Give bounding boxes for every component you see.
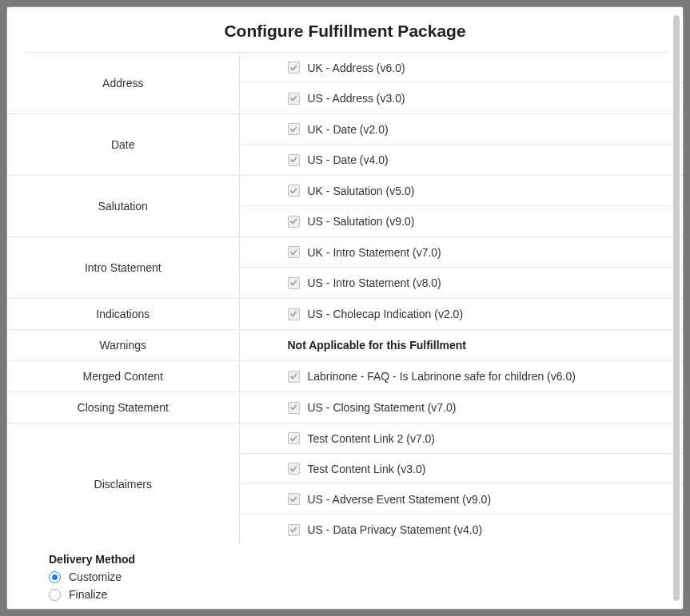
checkbox[interactable]	[288, 154, 300, 166]
scrollbar[interactable]	[673, 15, 680, 601]
section-row-disclaimers: DisclaimersTest Content Link 2 (v7.0)Tes…	[7, 423, 683, 546]
delivery-method-section: Delivery Method CustomizeFinalize	[7, 545, 683, 609]
static-text: Not Applicable for this Fulfillment	[240, 330, 684, 360]
section-row-closing-statement: Closing StatementUS - Closing Statement …	[7, 392, 683, 423]
section-items: Test Content Link 2 (v7.0)Test Content L…	[239, 423, 683, 546]
item-label: UK - Salutation (v5.0)	[308, 185, 415, 197]
radio-row-finalize[interactable]: Finalize	[49, 588, 683, 601]
modal-content: Configure Fulfillment Package AddressUK …	[7, 7, 683, 609]
config-table: AddressUK - Address (v6.0)US - Address (…	[7, 53, 683, 545]
list-item: UK - Address (v6.0)	[240, 53, 684, 83]
list-item: US - Cholecap Indication (v2.0)	[240, 299, 684, 329]
list-item: Labrinone - FAQ - Is Labrinone safe for …	[240, 361, 684, 391]
item-label: UK - Date (v2.0)	[308, 123, 389, 136]
checkbox[interactable]	[288, 93, 300, 105]
checkbox[interactable]	[288, 185, 300, 197]
section-items: Not Applicable for this Fulfillment	[239, 330, 683, 361]
section-label: Disclaimers	[7, 423, 239, 546]
checkbox[interactable]	[288, 463, 300, 475]
section-label: Date	[7, 114, 239, 176]
item-label: US - Date (v4.0)	[308, 153, 389, 166]
radio-label: Customize	[69, 570, 122, 583]
item-label: Labrinone - FAQ - Is Labrinone safe for …	[308, 370, 576, 383]
list-item: US - Data Privacy Statement (v4.0)	[240, 515, 684, 545]
checkbox[interactable]	[288, 308, 300, 320]
list-item: Test Content Link (v3.0)	[240, 454, 684, 484]
section-label: Indications	[7, 299, 239, 330]
section-label: Merged Content	[7, 361, 239, 392]
list-item: US - Salutation (v9.0)	[240, 206, 684, 236]
section-row-salutation: SalutationUK - Salutation (v5.0)US - Sal…	[7, 176, 683, 237]
section-items: UK - Salutation (v5.0)US - Salutation (v…	[239, 176, 683, 237]
section-row-address: AddressUK - Address (v6.0)US - Address (…	[7, 53, 683, 114]
list-item: UK - Date (v2.0)	[240, 114, 684, 145]
checkbox[interactable]	[288, 216, 300, 228]
radio-button[interactable]	[49, 571, 61, 583]
list-item: US - Adverse Event Statement (v9.0)	[240, 484, 684, 515]
section-items: Labrinone - FAQ - Is Labrinone safe for …	[239, 361, 683, 392]
section-row-warnings: WarningsNot Applicable for this Fulfillm…	[7, 330, 683, 361]
item-label: UK - Intro Statement (v7.0)	[308, 246, 441, 259]
section-label: Intro Statement	[7, 237, 239, 299]
list-item: Test Content Link 2 (v7.0)	[240, 423, 684, 454]
radio-button[interactable]	[49, 589, 61, 601]
list-item: US - Closing Statement (v7.0)	[240, 392, 684, 423]
item-label: Test Content Link (v3.0)	[308, 463, 426, 475]
checkbox[interactable]	[288, 402, 300, 414]
checkbox[interactable]	[288, 62, 300, 74]
checkbox[interactable]	[288, 371, 300, 383]
checkbox[interactable]	[288, 246, 300, 258]
item-label: US - Salutation (v9.0)	[308, 215, 415, 228]
section-items: US - Cholecap Indication (v2.0)	[239, 299, 683, 330]
list-item: US - Date (v4.0)	[240, 145, 684, 175]
checkbox[interactable]	[288, 524, 300, 536]
list-item: UK - Salutation (v5.0)	[240, 176, 684, 206]
section-row-date: DateUK - Date (v2.0)US - Date (v4.0)	[7, 114, 683, 176]
section-label: Address	[7, 53, 239, 114]
checkbox[interactable]	[288, 493, 300, 505]
item-label: UK - Address (v6.0)	[308, 62, 405, 74]
list-item: US - Address (v3.0)	[240, 83, 684, 113]
section-items: UK - Address (v6.0)US - Address (v3.0)	[239, 53, 683, 114]
checkbox[interactable]	[288, 432, 300, 444]
item-label: US - Closing Statement (v7.0)	[308, 401, 457, 414]
delivery-method-heading: Delivery Method	[49, 553, 683, 566]
section-items: UK - Date (v2.0)US - Date (v4.0)	[239, 114, 683, 176]
checkbox[interactable]	[288, 123, 300, 135]
section-items: UK - Intro Statement (v7.0)US - Intro St…	[239, 237, 683, 299]
item-label: US - Address (v3.0)	[308, 92, 405, 105]
section-row-indications: IndicationsUS - Cholecap Indication (v2.…	[7, 299, 683, 330]
item-label: US - Adverse Event Statement (v9.0)	[308, 493, 492, 506]
list-item: US - Intro Statement (v8.0)	[240, 268, 684, 298]
radio-row-customize[interactable]: Customize	[49, 570, 683, 583]
section-label: Closing Statement	[7, 392, 239, 423]
item-label: US - Cholecap Indication (v2.0)	[308, 308, 464, 320]
modal-title: Configure Fulfillment Package	[23, 7, 667, 53]
item-label: US - Data Privacy Statement (v4.0)	[308, 523, 483, 536]
list-item: UK - Intro Statement (v7.0)	[240, 237, 684, 268]
checkbox[interactable]	[288, 277, 300, 289]
configure-fulfillment-modal: Configure Fulfillment Package AddressUK …	[6, 6, 684, 610]
section-row-intro-statement: Intro StatementUK - Intro Statement (v7.…	[7, 237, 683, 299]
radio-label: Finalize	[69, 588, 107, 601]
section-label: Salutation	[7, 176, 239, 237]
section-items: US - Closing Statement (v7.0)	[239, 392, 683, 423]
item-label: Test Content Link 2 (v7.0)	[308, 432, 436, 445]
item-label: US - Intro Statement (v8.0)	[308, 276, 441, 289]
section-label: Warnings	[7, 330, 239, 361]
section-row-merged-content: Merged ContentLabrinone - FAQ - Is Labri…	[7, 361, 683, 392]
